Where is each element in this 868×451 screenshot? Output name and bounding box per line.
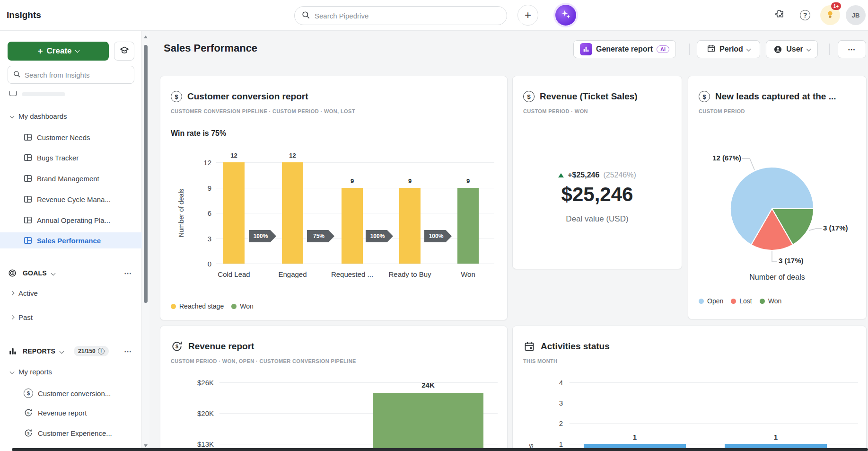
legend-dot <box>231 304 237 309</box>
gridline <box>216 162 494 163</box>
y-tick-label: 1 <box>535 440 563 448</box>
y-tick-label: 4 <box>535 378 563 386</box>
bar-value-label: 9 <box>351 177 354 185</box>
app-title: Insights <box>7 10 41 20</box>
dashboard-more-button[interactable]: ⋯ <box>838 40 866 58</box>
user-icon <box>773 45 782 54</box>
bar <box>457 188 479 264</box>
sidebar-item-bugs-tracker[interactable]: Bugs Tracker <box>0 150 142 166</box>
avatar[interactable]: JB <box>846 5 866 25</box>
pipedrive-insights-app: Insights + <box>0 0 868 451</box>
bar <box>223 162 245 264</box>
svg-text:$: $ <box>27 411 30 415</box>
chevron-right-icon <box>10 315 15 319</box>
sparkles-icon <box>560 9 571 22</box>
sidebar-item-label: Bugs Tracker <box>37 154 79 162</box>
sidebar-item-report-customer-experience[interactable]: $ Customer Experience... <box>0 425 142 441</box>
y-tick-label: $20K <box>185 409 214 417</box>
global-search-input[interactable] <box>315 12 500 20</box>
section-label: REPORTS <box>23 347 55 355</box>
y-tick-label: 2 <box>535 419 563 427</box>
scroll-down-arrow[interactable] <box>144 444 148 447</box>
recurring-revenue-icon: $ <box>24 408 33 417</box>
sidebar-section-my-dashboards[interactable]: My dashboards <box>0 108 142 124</box>
bar <box>342 188 363 264</box>
card-revenue-ticket-sales: $ Revenue (Ticket Sales) CUSTOM PERIOD ·… <box>512 76 682 269</box>
integrations-button[interactable] <box>770 6 789 25</box>
learn-button[interactable] <box>114 42 134 61</box>
bar <box>373 393 483 451</box>
legend-item: Lost <box>731 297 752 305</box>
svg-text:$: $ <box>27 431 30 435</box>
ai-assistant-button[interactable] <box>555 5 576 26</box>
insights-search-input[interactable] <box>25 71 129 79</box>
chevron-right-icon <box>10 291 15 295</box>
partial-text-fragment <box>22 92 65 96</box>
card-title[interactable]: Revenue (Ticket Sales) <box>540 91 638 102</box>
bar <box>399 188 421 264</box>
x-axis-label: Engaged <box>278 270 307 278</box>
card-activities-status: Activities status THIS MONTH Number of a… <box>512 326 867 451</box>
sidebar-item-revenue-cycle[interactable]: Revenue Cycle Mana... <box>0 191 142 207</box>
horizontal-scrollbar-thumb[interactable] <box>12 448 868 451</box>
sidebar-scrollbar[interactable] <box>142 31 149 451</box>
x-axis-label: Ready to Buy <box>388 270 431 278</box>
chart-legend: Reached stage Won <box>171 302 254 310</box>
sidebar-item-label: Customer conversion... <box>38 389 111 398</box>
topbar: Insights + <box>0 0 868 31</box>
gridline <box>570 403 858 403</box>
dashboard-icon <box>24 153 32 162</box>
kpi-delta: +$25,246 (25246%) <box>513 171 682 179</box>
sidebar-item-customer-needs[interactable]: Customer Needs <box>0 129 142 145</box>
legend-dot <box>171 304 176 309</box>
divider <box>689 44 690 55</box>
global-search[interactable] <box>294 6 507 25</box>
create-button[interactable]: + Create <box>8 42 109 61</box>
sidebar-item-label: Annual Operating Pla... <box>37 216 110 224</box>
sidebar-item-label: Revenue Cycle Mana... <box>37 195 111 203</box>
deal-report-icon: $ <box>523 91 535 102</box>
y-tick-label: $13K <box>185 440 214 448</box>
arrow-up-icon <box>558 173 564 177</box>
search-icon <box>301 10 310 21</box>
chevron-down-icon <box>60 349 64 354</box>
generate-report-button[interactable]: Generate report AI <box>573 40 676 58</box>
sidebar-section-my-reports[interactable]: My reports <box>0 363 142 380</box>
scrollbar-thumb[interactable] <box>144 45 148 303</box>
goals-menu-button[interactable]: ⋯ <box>124 269 132 278</box>
kpi-delta-percent: (25246%) <box>603 171 636 179</box>
user-filter-button[interactable]: User <box>766 40 818 58</box>
sidebar-item-goals-active[interactable]: Active <box>0 285 142 301</box>
reports-menu-button[interactable]: ⋯ <box>124 347 132 356</box>
info-icon[interactable]: i <box>98 348 105 354</box>
bar-value-label: 12 <box>289 152 296 159</box>
sidebar-item-report-customer-conversion[interactable]: $ Customer conversion... <box>0 385 142 401</box>
dashboard-main: Sales Performance Generate report AI Per… <box>149 31 868 451</box>
sidebar-item-report-revenue[interactable]: $ Revenue report <box>0 405 142 421</box>
pie-slice-label-won: 3 (17%) <box>823 224 848 232</box>
sidebar-item-goals-past[interactable]: Past <box>0 309 142 325</box>
insights-search[interactable] <box>8 66 134 84</box>
gridline <box>216 264 494 264</box>
legend-item: Reached stage <box>171 302 224 310</box>
sidebar-section-goals[interactable]: GOALS ⋯ <box>0 265 142 281</box>
legend-label: Won <box>768 297 782 305</box>
period-filter-button[interactable]: Period <box>697 40 760 58</box>
dashboard-icon <box>24 133 32 141</box>
bar-value-label: 1 <box>633 433 637 441</box>
sidebar-item-sales-performance[interactable]: Sales Performance <box>0 232 142 248</box>
help-button[interactable]: ? <box>796 6 815 25</box>
chevron-down-icon <box>806 46 811 51</box>
pie-footer-label: Number of deals <box>688 273 866 282</box>
sidebar-section-reports[interactable]: REPORTS 21/150 i ⋯ <box>0 343 142 359</box>
user-label: User <box>786 45 803 53</box>
sidebar-item-brand-management[interactable]: Brand Management <box>0 170 142 186</box>
pie-slice-label-lost: 3 (17%) <box>779 256 804 265</box>
quick-add-button[interactable]: + <box>517 5 538 26</box>
card-customer-conversion-report: $ Customer conversion report CUSTOMER CO… <box>160 76 508 320</box>
legend-dot <box>731 299 736 304</box>
chevron-down-icon <box>75 48 79 53</box>
card-title[interactable]: New leads captured at the ... <box>715 91 836 102</box>
sidebar-item-annual-operating[interactable]: Annual Operating Pla... <box>0 212 142 228</box>
scroll-up-arrow[interactable] <box>144 35 148 38</box>
